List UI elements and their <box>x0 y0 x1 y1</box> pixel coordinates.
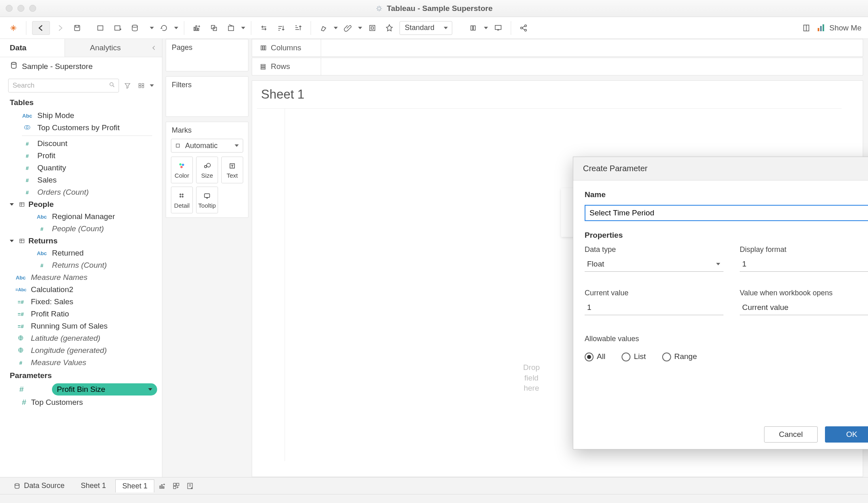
mark-detail-button[interactable]: Detail <box>171 187 193 213</box>
presentation-button[interactable] <box>491 21 505 35</box>
field-regional-manager[interactable]: Regional Manager <box>52 212 115 221</box>
radio-range[interactable]: Range <box>662 352 697 361</box>
field-quantity[interactable]: Quantity <box>37 163 66 172</box>
mark-size-button[interactable]: Size <box>196 157 218 183</box>
save-as-button[interactable] <box>111 21 125 35</box>
parameter-name-input[interactable] <box>585 205 868 221</box>
data-dropdown-icon[interactable] <box>150 27 154 29</box>
field-calculation2[interactable]: Calculation2 <box>31 285 73 294</box>
svg-point-35 <box>182 163 184 166</box>
text-type-icon: Abc <box>22 113 32 119</box>
field-profit[interactable]: Profit <box>37 151 55 160</box>
cards-dropdown-icon[interactable] <box>484 27 488 29</box>
param-profit-bin-size[interactable]: Profit Bin Size <box>52 383 157 396</box>
back-button[interactable] <box>32 21 50 35</box>
refresh-dropdown-icon[interactable] <box>174 27 178 29</box>
label-button[interactable] <box>365 21 379 35</box>
mark-type-select[interactable]: Automatic <box>171 139 243 153</box>
field-longitude[interactable]: Longitude (generated) <box>31 346 107 355</box>
ok-button[interactable]: OK <box>825 426 868 443</box>
tab-data[interactable]: Data <box>0 39 65 57</box>
clear-dropdown-icon[interactable] <box>241 27 245 29</box>
show-cards-button[interactable] <box>467 21 481 35</box>
group-people[interactable]: People <box>0 198 162 211</box>
group-returns[interactable]: Returns <box>0 235 162 247</box>
mark-color-button[interactable]: Color <box>171 157 193 183</box>
max-window-dot[interactable] <box>29 5 36 12</box>
sort-asc-button[interactable] <box>274 21 288 35</box>
field-people-count[interactable]: People (Count) <box>52 224 104 233</box>
forward-button[interactable] <box>53 21 67 35</box>
tableau-logo-icon[interactable] <box>6 21 20 35</box>
connect-button[interactable] <box>128 21 142 35</box>
current-value-input[interactable]: 1 <box>585 300 723 315</box>
svg-rect-18 <box>818 28 819 31</box>
datasource-name[interactable]: Sample - Superstore <box>22 62 93 71</box>
svg-rect-0 <box>75 25 80 30</box>
new-worksheet-tab-button[interactable] <box>157 480 168 492</box>
field-ship-mode[interactable]: Ship Mode <box>37 111 74 120</box>
min-window-dot[interactable] <box>17 5 24 12</box>
field-top-customers-profit[interactable]: Top Customers by Profit <box>37 123 120 132</box>
new-worksheet-button[interactable] <box>190 21 204 35</box>
attach-dropdown-icon[interactable] <box>358 27 362 29</box>
duplicate-sheet-button[interactable] <box>207 21 221 35</box>
show-me-button[interactable]: Show Me <box>816 23 862 33</box>
sort-desc-button[interactable] <box>291 21 305 35</box>
cancel-button[interactable]: Cancel <box>764 426 818 443</box>
field-returns-count[interactable]: Returns (Count) <box>52 261 107 270</box>
guide-button[interactable] <box>799 21 813 35</box>
attach-button[interactable] <box>341 21 355 35</box>
columns-shelf[interactable]: Columns <box>252 39 321 56</box>
highlight-dropdown-icon[interactable] <box>334 27 338 29</box>
field-returned[interactable]: Returned <box>52 249 84 258</box>
mark-tooltip-button[interactable]: Tooltip <box>196 187 218 213</box>
svg-rect-48 <box>261 64 266 66</box>
swap-button[interactable] <box>257 21 271 35</box>
close-window-dot[interactable] <box>6 5 13 12</box>
sheet-title[interactable]: Sheet 1 <box>252 81 863 108</box>
collapse-sidebar-button[interactable] <box>146 39 162 57</box>
field-orders-count[interactable]: Orders (Count) <box>37 188 89 197</box>
field-profit-ratio[interactable]: Profit Ratio <box>31 310 69 318</box>
sheet-tab-1-active[interactable]: Sheet 1 <box>115 479 154 492</box>
clear-sheet-button[interactable] <box>224 21 238 35</box>
number-type-icon: # <box>37 262 47 269</box>
sheet-tab-1[interactable]: Sheet 1 <box>74 479 113 492</box>
pages-shelf[interactable]: Pages <box>166 39 248 56</box>
param-top-customers[interactable]: Top Customers <box>31 398 83 407</box>
field-discount[interactable]: Discount <box>37 139 67 148</box>
new-story-tab-button[interactable] <box>184 480 196 492</box>
field-sales[interactable]: Sales <box>37 176 57 185</box>
highlight-button[interactable] <box>317 21 330 35</box>
value-when-select[interactable]: Current value <box>740 300 868 315</box>
field-measure-names[interactable]: Measure Names <box>31 273 87 282</box>
data-type-select[interactable]: Float <box>585 256 723 272</box>
radio-list[interactable]: List <box>622 352 646 361</box>
search-input[interactable]: Search <box>8 79 119 92</box>
columns-shelf-body[interactable] <box>321 39 863 56</box>
rows-shelf-body[interactable] <box>321 58 863 75</box>
mark-text-button[interactable]: Text <box>221 157 243 183</box>
rows-shelf[interactable]: Rows <box>252 58 321 75</box>
tab-analytics[interactable]: Analytics <box>65 39 146 57</box>
new-dashboard-tab-button[interactable] <box>171 480 182 492</box>
field-running-sum-sales[interactable]: Running Sum of Sales <box>31 322 108 331</box>
new-data-source-button[interactable] <box>94 21 108 35</box>
fit-select[interactable]: Standard <box>399 21 452 35</box>
radio-all[interactable]: All <box>585 352 605 361</box>
share-button[interactable] <box>517 21 531 35</box>
field-measure-values[interactable]: Measure Values <box>31 358 86 367</box>
field-fixed-sales[interactable]: Fixed: Sales <box>31 297 73 306</box>
save-button[interactable] <box>70 21 84 35</box>
view-fields-icon[interactable] <box>136 80 147 91</box>
filter-fields-icon[interactable] <box>122 80 133 91</box>
refresh-button[interactable] <box>157 21 171 35</box>
filters-shelf[interactable]: Filters <box>166 77 248 93</box>
field-latitude[interactable]: Latitude (generated) <box>31 334 100 343</box>
fields-menu-icon[interactable] <box>150 84 154 87</box>
data-source-tab[interactable]: Data Source <box>6 479 71 492</box>
pin-button[interactable] <box>382 21 396 35</box>
display-format-select[interactable]: 1 <box>740 256 868 272</box>
svg-point-21 <box>11 62 16 64</box>
